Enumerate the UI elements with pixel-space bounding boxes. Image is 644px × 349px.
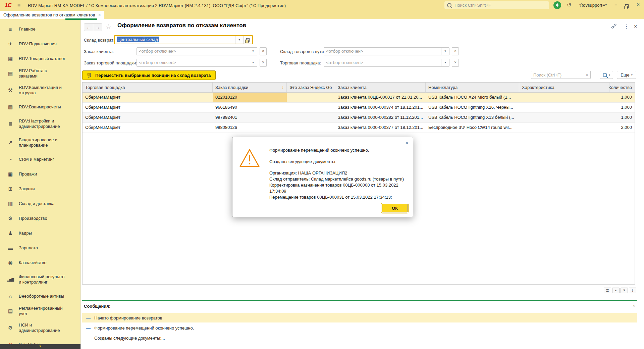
sidebar-scroll-down-button[interactable]: ▼ [0,344,80,349]
minimize-button[interactable]: – [614,2,617,7]
more-button[interactable]: Еще ▾ [617,71,636,79]
progress-strip [65,18,97,20]
message-item[interactable]: — Формирование перемещений окончено успе… [82,323,637,333]
table-row[interactable]: СберМегаМаркет 966186490 Заказ клиента 0… [83,103,635,113]
table-search-field[interactable]: × [531,71,591,79]
sidebar-item-prodazhi[interactable]: ▣Продажи [0,167,80,182]
calculator-icon: ▩ [5,104,15,110]
scroll-bottom-icon[interactable]: ⇓ [629,288,636,293]
sidebar-item-vneoborotnye-aktivy[interactable]: ⌂Внеоборотные активы [0,289,80,304]
sidebar-item-rdv-rabota-s-zakazami[interactable]: ▤RDV:Работа с заказами [0,66,80,81]
forward-button[interactable]: → [93,23,102,31]
handtruck-icon: ⚒ [5,87,15,93]
main-menu-icon[interactable]: ≡ [17,2,20,8]
column-header[interactable]: Номенклатура [426,83,519,92]
sidebar-item-kaznacheystvo[interactable]: ◉Казначейство [0,255,80,270]
sklad-tovarov-clear-button[interactable]: × [452,47,459,55]
page-title: Оформление возвратов по отказам клиентов [117,22,246,29]
sidebar-item-sklad-dostavka[interactable]: ▥Склад и доставка [0,196,80,211]
scroll-down-icon[interactable]: ▼ [621,288,628,293]
column-header[interactable]: Заказ клиента [335,83,426,92]
message-item[interactable]: — Начато формирование возвратов [82,313,637,322]
torgovaya-ploshchadka-clear-button[interactable]: × [452,59,459,67]
tab-oformlenie-vozvratov[interactable]: Оформление возвратов по отказам клиентов… [0,11,104,19]
global-search-input[interactable] [454,2,539,8]
sidebar-item-rdv-nastroyki[interactable]: ≣RDV:Настройки и администрирование [0,114,80,133]
sidebar-item-glavnoe[interactable]: ≡Главное [0,22,80,37]
dialog-text: Формирование перемещений окончено успешн… [269,147,408,200]
sidebar-item-reglamentirovanny-uchet[interactable]: ▤Регламентированный учет [0,304,80,318]
sidebar-item-zakupki[interactable]: ⊞Закупки [0,182,80,196]
messages-close-button[interactable]: × [633,303,635,308]
sidebar-item-finrezultat[interactable]: ▂▅▇Финансовый результат и контроллинг [0,270,80,289]
history-icon[interactable]: ↺ [567,2,571,8]
get-link-icon[interactable] [611,23,617,30]
gear-icon: ⚙ [5,325,15,331]
rocket-icon: ✈ [5,41,15,47]
dropdown-arrow-icon[interactable]: ▾ [441,48,449,55]
message-item[interactable]: Созданы следующие документы:... [82,333,637,343]
column-header-sorted[interactable]: Заказ площадки↓ [213,83,287,92]
open-reference-button[interactable] [243,36,252,44]
result-dialog: × Формирование перемещений окончено успе… [232,137,413,217]
column-header[interactable]: Характеристика [519,83,609,92]
move-to-return-warehouse-button[interactable]: Переместить выбранные позиции на склад в… [82,70,216,80]
more-actions-icon[interactable]: ⋮ [624,23,629,30]
dropdown-arrow-icon[interactable]: ▾ [441,59,449,66]
sidebar-item-zarplata[interactable]: ▬Зарплата [0,241,80,255]
sklad-tovarov-label: Склад товаров в пути: [280,49,325,54]
sklad-tovarov-field[interactable]: <отбор отключен> ▾ [324,47,449,55]
sidebar-item-rdv-podklyucheniya[interactable]: ✈RDV:Подключения [0,37,80,51]
restore-button[interactable] [625,3,629,9]
table-row[interactable]: СберМегаМаркет 998080126 Заказ клиента 0… [83,123,635,133]
sidebar-item-rdv-tovarny-katalog[interactable]: ▦RDV:Товарный каталог [0,51,80,66]
close-form-button[interactable]: × [634,23,637,30]
zakaz-torgovoy-clear-button[interactable]: × [260,59,267,67]
dropdown-arrow-icon[interactable]: ▾ [249,59,257,66]
sidebar-item-kadry[interactable]: ♟Кадры [0,226,80,241]
support-menu-icon[interactable]: ≡▾ [602,2,607,7]
sidebar-item-rdv-vzaimoraschety[interactable]: ▩RDV:Взаиморасчеты [0,100,80,114]
zakaz-klienta-clear-button[interactable]: × [260,47,267,55]
tabbar: Оформление возвратов по отказам клиентов… [0,11,644,19]
ok-button[interactable]: ОК [382,204,408,212]
bar-chart-icon: ▂▅▇ [5,278,15,282]
active-cell[interactable]: 022010120 [213,93,287,102]
column-header[interactable]: Количество [609,83,635,92]
sklad-vozvrata-field[interactable]: Центральный склад ▾ [114,35,253,44]
zakaz-torgovoy-field[interactable]: <отбор отключен> ▾ [137,59,257,67]
favorite-star-icon[interactable]: ☆ [106,23,111,31]
messages-divider [82,300,637,301]
sidebar-item-nsi-administrirovanie[interactable]: ⚙НСИ и администрирование [0,318,80,337]
table-row[interactable]: СберМегаМаркет 022010120 Заказ клиента 0… [83,93,635,103]
notifications-bell-icon[interactable] [553,1,561,9]
sidebar-item-byudzhetirovanie[interactable]: ↗Бюджетирование и планирование [0,133,80,152]
sidebar-item-crm-marketing[interactable]: ◔CRM и маркетинг [0,152,80,167]
table-search-clear-icon[interactable]: × [584,72,590,77]
catalog-grid-icon: ▦ [5,56,15,62]
sidebar-item-proizvodstvo[interactable]: ⚙Производство [0,211,80,226]
sections-panel: ≡Главное ✈RDV:Подключения ▦RDV:Товарный … [0,19,80,349]
dropdown-arrow-icon[interactable]: ▾ [249,48,257,55]
scroll-list-icon[interactable]: ≣ [604,288,611,293]
global-search[interactable] [444,1,549,9]
close-window-button[interactable]: × [637,2,640,8]
dialog-close-button[interactable]: × [405,140,408,146]
back-button[interactable]: ← [84,23,93,31]
tab-close-icon[interactable]: × [98,13,101,17]
column-header[interactable]: Торговая площадка [83,83,213,92]
sidebar-item-rdv-komplektatsiya[interactable]: ⚒RDV:Комплектация и отгрузка [0,81,80,100]
table-row[interactable]: СберМегаМаркет 997892401 Заказ клиента 0… [83,113,635,123]
zakaz-klienta-label: Заказ клиента: [84,49,114,54]
search-button[interactable]: ▾ [600,71,613,79]
table-search-input[interactable] [531,72,584,78]
tab-label: Оформление возвратов по отказам клиентов [3,12,95,17]
zakaz-klienta-field[interactable]: <отбор отключен> ▾ [137,47,257,55]
column-header[interactable]: Это заказ Яндекс Go [287,83,335,92]
dialog-submessage: Созданы следующие документы: [269,159,408,165]
torgovaya-ploshchadka-field[interactable]: <отбор отключен> ▾ [324,59,449,67]
current-user[interactable]: rdvsupport [582,3,602,8]
dropdown-arrow-icon[interactable]: ▾ [235,36,243,44]
scroll-up-icon[interactable]: ▲ [612,288,620,293]
sklad-vozvrata-value[interactable]: Центральный склад [115,36,235,44]
